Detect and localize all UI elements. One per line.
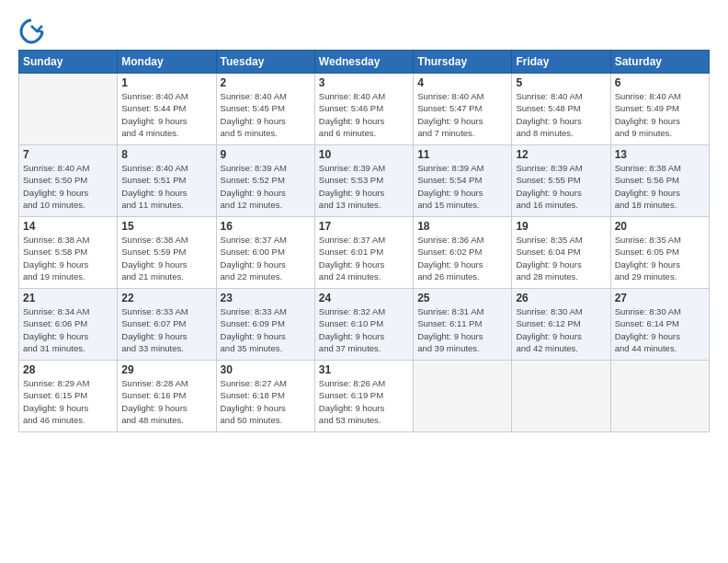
calendar-cell: 16Sunrise: 8:37 AM Sunset: 6:00 PM Dayli… [216,217,314,289]
day-info: Sunrise: 8:35 AM Sunset: 6:04 PM Dayligh… [516,234,606,282]
day-info: Sunrise: 8:40 AM Sunset: 5:46 PM Dayligh… [319,90,409,139]
day-number: 12 [516,148,606,161]
day-number: 11 [417,148,507,161]
col-header-tuesday: Tuesday [216,51,314,74]
calendar-cell: 11Sunrise: 8:39 AM Sunset: 5:54 PM Dayli… [414,145,512,217]
calendar-cell: 15Sunrise: 8:38 AM Sunset: 5:59 PM Dayli… [118,217,216,289]
day-number: 31 [319,363,409,376]
col-header-thursday: Thursday [414,51,512,74]
calendar-cell: 24Sunrise: 8:32 AM Sunset: 6:10 PM Dayli… [314,289,413,361]
day-info: Sunrise: 8:39 AM Sunset: 5:52 PM Dayligh… [221,162,311,211]
day-info: Sunrise: 8:40 AM Sunset: 5:44 PM Dayligh… [121,90,211,139]
calendar-cell: 31Sunrise: 8:26 AM Sunset: 6:19 PM Dayli… [314,361,413,432]
day-info: Sunrise: 8:40 AM Sunset: 5:50 PM Dayligh… [23,162,113,211]
day-info: Sunrise: 8:39 AM Sunset: 5:53 PM Dayligh… [319,162,409,211]
calendar-cell: 12Sunrise: 8:39 AM Sunset: 5:55 PM Dayli… [512,145,610,217]
day-number: 17 [319,220,409,233]
day-number: 26 [516,292,606,304]
day-info: Sunrise: 8:38 AM Sunset: 5:58 PM Dayligh… [23,234,113,282]
day-info: Sunrise: 8:38 AM Sunset: 5:56 PM Dayligh… [615,162,705,211]
day-number: 10 [319,148,409,161]
day-number: 3 [319,76,409,89]
day-number: 2 [221,76,311,89]
col-header-wednesday: Wednesday [314,51,413,74]
calendar-week-3: 14Sunrise: 8:38 AM Sunset: 5:58 PM Dayli… [19,217,710,289]
day-number: 27 [615,292,705,304]
day-info: Sunrise: 8:31 AM Sunset: 6:11 PM Dayligh… [417,305,507,354]
day-info: Sunrise: 8:40 AM Sunset: 5:45 PM Dayligh… [221,90,311,139]
day-number: 5 [516,76,606,89]
calendar-cell: 6Sunrise: 8:40 AM Sunset: 5:49 PM Daylig… [610,74,709,145]
header [18,15,710,44]
day-info: Sunrise: 8:40 AM Sunset: 5:51 PM Dayligh… [121,162,211,211]
logo [18,18,48,44]
calendar-cell: 27Sunrise: 8:30 AM Sunset: 6:14 PM Dayli… [610,289,709,361]
calendar-cell: 20Sunrise: 8:35 AM Sunset: 6:05 PM Dayli… [610,217,709,289]
day-info: Sunrise: 8:26 AM Sunset: 6:19 PM Dayligh… [319,377,409,426]
calendar-cell [19,74,118,145]
day-info: Sunrise: 8:29 AM Sunset: 6:15 PM Dayligh… [23,377,113,426]
calendar-cell: 1Sunrise: 8:40 AM Sunset: 5:44 PM Daylig… [118,74,216,145]
day-info: Sunrise: 8:40 AM Sunset: 5:47 PM Dayligh… [417,90,507,139]
calendar-cell: 30Sunrise: 8:27 AM Sunset: 6:18 PM Dayli… [216,361,314,432]
calendar-week-4: 21Sunrise: 8:34 AM Sunset: 6:06 PM Dayli… [19,289,710,361]
day-info: Sunrise: 8:28 AM Sunset: 6:16 PM Dayligh… [121,377,211,426]
day-info: Sunrise: 8:30 AM Sunset: 6:14 PM Dayligh… [615,305,705,354]
calendar-cell: 17Sunrise: 8:37 AM Sunset: 6:01 PM Dayli… [314,217,413,289]
calendar-cell: 4Sunrise: 8:40 AM Sunset: 5:47 PM Daylig… [414,74,512,145]
logo-icon [18,18,44,44]
day-info: Sunrise: 8:38 AM Sunset: 5:59 PM Dayligh… [121,234,211,282]
day-info: Sunrise: 8:39 AM Sunset: 5:55 PM Dayligh… [516,162,606,211]
day-number: 8 [121,148,211,161]
calendar-cell: 10Sunrise: 8:39 AM Sunset: 5:53 PM Dayli… [314,145,413,217]
day-info: Sunrise: 8:27 AM Sunset: 6:18 PM Dayligh… [221,377,311,426]
calendar-cell: 29Sunrise: 8:28 AM Sunset: 6:16 PM Dayli… [118,361,216,432]
calendar-cell: 5Sunrise: 8:40 AM Sunset: 5:48 PM Daylig… [512,74,610,145]
col-header-monday: Monday [118,51,216,74]
day-number: 23 [221,292,311,304]
calendar-cell: 22Sunrise: 8:33 AM Sunset: 6:07 PM Dayli… [118,289,216,361]
day-number: 30 [221,363,311,376]
day-info: Sunrise: 8:39 AM Sunset: 5:54 PM Dayligh… [417,162,507,211]
day-number: 19 [516,220,606,233]
calendar-cell [414,361,512,432]
calendar-cell: 18Sunrise: 8:36 AM Sunset: 6:02 PM Dayli… [414,217,512,289]
day-info: Sunrise: 8:37 AM Sunset: 6:00 PM Dayligh… [221,234,311,282]
day-number: 4 [417,76,507,89]
calendar-week-1: 1Sunrise: 8:40 AM Sunset: 5:44 PM Daylig… [19,74,710,145]
calendar-cell: 14Sunrise: 8:38 AM Sunset: 5:58 PM Dayli… [19,217,118,289]
calendar-table: SundayMondayTuesdayWednesdayThursdayFrid… [18,50,710,432]
calendar-cell: 19Sunrise: 8:35 AM Sunset: 6:04 PM Dayli… [512,217,610,289]
calendar-cell: 13Sunrise: 8:38 AM Sunset: 5:56 PM Dayli… [610,145,709,217]
day-number: 25 [417,292,507,304]
calendar-cell: 9Sunrise: 8:39 AM Sunset: 5:52 PM Daylig… [216,145,314,217]
calendar-cell [610,361,709,432]
day-number: 20 [615,220,705,233]
calendar-cell: 3Sunrise: 8:40 AM Sunset: 5:46 PM Daylig… [314,74,413,145]
day-number: 22 [121,292,211,304]
day-number: 24 [319,292,409,304]
day-info: Sunrise: 8:32 AM Sunset: 6:10 PM Dayligh… [319,305,409,354]
day-info: Sunrise: 8:30 AM Sunset: 6:12 PM Dayligh… [516,305,606,354]
calendar-cell: 26Sunrise: 8:30 AM Sunset: 6:12 PM Dayli… [512,289,610,361]
calendar-cell: 25Sunrise: 8:31 AM Sunset: 6:11 PM Dayli… [414,289,512,361]
day-number: 29 [121,363,211,376]
calendar-cell: 8Sunrise: 8:40 AM Sunset: 5:51 PM Daylig… [118,145,216,217]
day-info: Sunrise: 8:40 AM Sunset: 5:48 PM Dayligh… [516,90,606,139]
day-info: Sunrise: 8:37 AM Sunset: 6:01 PM Dayligh… [319,234,409,282]
calendar-cell: 7Sunrise: 8:40 AM Sunset: 5:50 PM Daylig… [19,145,118,217]
calendar-cell [512,361,610,432]
col-header-saturday: Saturday [610,51,709,74]
calendar-page: SundayMondayTuesdayWednesdayThursdayFrid… [0,0,728,563]
calendar-week-2: 7Sunrise: 8:40 AM Sunset: 5:50 PM Daylig… [19,145,710,217]
day-info: Sunrise: 8:33 AM Sunset: 6:09 PM Dayligh… [221,305,311,354]
day-info: Sunrise: 8:34 AM Sunset: 6:06 PM Dayligh… [23,305,113,354]
day-number: 1 [121,76,211,89]
calendar-cell: 28Sunrise: 8:29 AM Sunset: 6:15 PM Dayli… [19,361,118,432]
day-number: 9 [221,148,311,161]
day-number: 7 [23,148,113,161]
col-header-sunday: Sunday [19,51,118,74]
col-header-friday: Friday [512,51,610,74]
header-row: SundayMondayTuesdayWednesdayThursdayFrid… [19,51,710,74]
day-info: Sunrise: 8:35 AM Sunset: 6:05 PM Dayligh… [615,234,705,282]
